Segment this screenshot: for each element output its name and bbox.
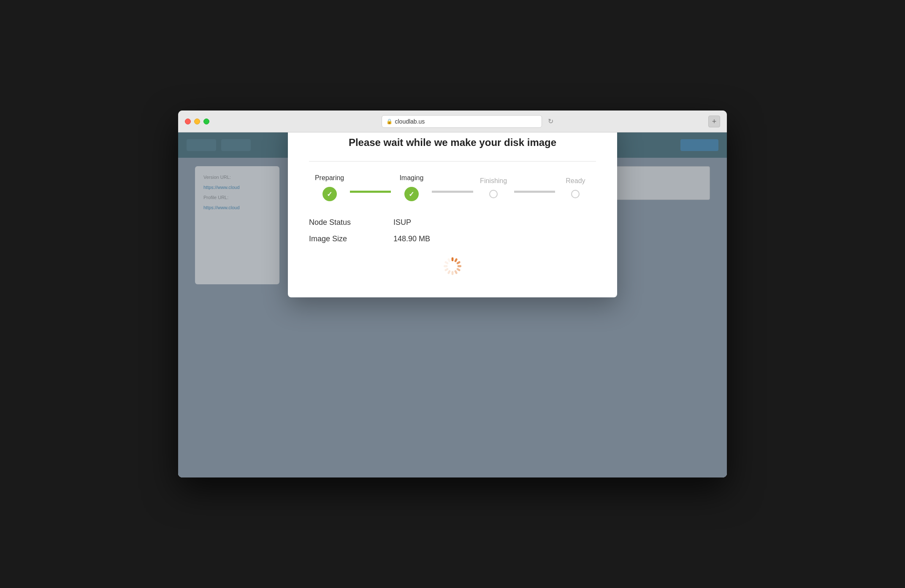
info-node-status-row: Node Status ISUP (309, 218, 596, 227)
browser-content: Version URL: https://www.cloud Profile U… (178, 132, 727, 477)
svg-rect-5 (456, 268, 461, 272)
progress-stepper: Preparing ✓ Imaging ✓ Finishing (309, 174, 596, 201)
modal-dialog: Please wait while we make your disk imag… (288, 132, 617, 297)
svg-rect-11 (444, 261, 449, 264)
refresh-button[interactable]: ↻ (546, 116, 555, 127)
browser-window: 🔒 cloudlab.us ↻ + (178, 111, 727, 477)
modal-title: Please wait while we make your disk imag… (309, 137, 596, 148)
info-image-size-value: 148.90 MB (393, 235, 430, 243)
address-bar-container: 🔒 cloudlab.us ↻ (216, 115, 720, 128)
modal-overlay: Please wait while we make your disk imag… (178, 132, 727, 477)
step-preparing: Preparing ✓ (309, 174, 350, 201)
step-preparing-label: Preparing (315, 174, 344, 182)
traffic-lights (185, 119, 209, 124)
modal-divider (309, 161, 596, 162)
connector-1-2 (350, 191, 391, 193)
svg-rect-9 (444, 268, 449, 272)
url-text: cloudlab.us (395, 118, 425, 125)
step-imaging-circle: ✓ (404, 187, 419, 201)
svg-rect-2 (454, 258, 458, 263)
info-node-status-label: Node Status (309, 218, 393, 227)
step-finishing-circle (489, 190, 498, 198)
step-finishing-label: Finishing (480, 177, 507, 185)
connector-2-3 (432, 191, 473, 193)
step-ready-label: Ready (566, 177, 585, 185)
svg-rect-3 (456, 261, 461, 264)
step-finishing: Finishing (473, 177, 514, 198)
info-image-size-row: Image Size 148.90 MB (309, 235, 596, 243)
step-imaging: Imaging ✓ (391, 174, 432, 201)
step-imaging-label: Imaging (399, 174, 423, 182)
step-preparing-circle: ✓ (322, 187, 337, 201)
lock-icon: 🔒 (386, 119, 393, 124)
svg-rect-1 (452, 257, 454, 262)
step-ready-circle (571, 190, 580, 198)
connector-3-4 (514, 191, 555, 193)
info-table: Node Status ISUP Image Size 148.90 MB (309, 218, 596, 243)
svg-rect-12 (447, 258, 451, 263)
address-bar[interactable]: 🔒 cloudlab.us (382, 115, 542, 128)
browser-titlebar: 🔒 cloudlab.us ↻ + (178, 111, 727, 132)
maximize-button[interactable] (203, 119, 209, 124)
svg-rect-4 (458, 265, 462, 267)
svg-rect-6 (454, 270, 458, 275)
minimize-button[interactable] (194, 119, 200, 124)
info-node-status-value: ISUP (393, 218, 411, 227)
step-ready: Ready (555, 177, 596, 198)
svg-rect-7 (452, 271, 454, 275)
close-button[interactable] (185, 119, 191, 124)
svg-rect-8 (447, 270, 451, 275)
new-tab-button[interactable]: + (708, 116, 720, 127)
info-image-size-label: Image Size (309, 235, 393, 243)
loading-spinner (442, 256, 463, 276)
svg-rect-10 (444, 265, 448, 267)
spinner-container (309, 256, 596, 276)
